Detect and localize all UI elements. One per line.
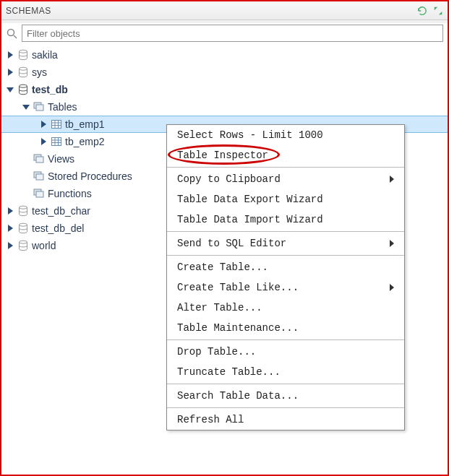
header-bar: SCHEMAS xyxy=(1,1,448,20)
svg-rect-12 xyxy=(52,138,61,146)
menu-separator xyxy=(167,339,404,340)
svg-point-3 xyxy=(20,67,27,70)
stored-procedures-folder-icon xyxy=(33,170,45,182)
svg-rect-22 xyxy=(36,191,43,197)
tree-label: sys xyxy=(32,66,47,78)
table-icon xyxy=(51,118,62,130)
menu-create-table[interactable]: Create Table... xyxy=(167,257,404,277)
menu-drop-table[interactable]: Drop Table... xyxy=(167,342,404,362)
triangle-right-icon xyxy=(6,68,14,77)
tree-label: test_db xyxy=(32,84,68,95)
triangle-right-icon xyxy=(6,51,14,59)
tables-folder-icon xyxy=(33,101,45,113)
search-input[interactable] xyxy=(22,25,443,42)
svg-point-4 xyxy=(20,85,27,87)
svg-rect-6 xyxy=(36,105,43,111)
search-icon xyxy=(6,27,17,39)
tree-item-test-db[interactable]: test_db xyxy=(1,81,448,98)
database-icon xyxy=(17,205,29,217)
tree-label: Tables xyxy=(48,101,77,113)
submenu-arrow-icon xyxy=(390,240,394,247)
menu-table-inspector[interactable]: Table Inspector xyxy=(167,145,404,165)
svg-rect-7 xyxy=(52,121,61,129)
triangle-right-icon xyxy=(39,120,48,129)
database-icon xyxy=(17,240,29,251)
svg-point-0 xyxy=(8,30,14,36)
triangle-right-icon xyxy=(6,224,14,233)
menu-separator xyxy=(167,407,404,408)
expand-icon[interactable] xyxy=(433,6,443,16)
menu-create-table-like[interactable]: Create Table Like... xyxy=(167,277,404,298)
svg-point-24 xyxy=(20,223,27,226)
svg-point-25 xyxy=(20,241,27,243)
database-icon xyxy=(17,222,29,234)
menu-table-import[interactable]: Table Data Import Wizard xyxy=(167,209,404,230)
menu-separator xyxy=(167,384,404,384)
tree-label: Views xyxy=(48,153,74,165)
triangle-right-icon xyxy=(6,207,14,215)
context-menu: Select Rows - Limit 1000 Table Inspector… xyxy=(166,124,405,430)
tree-label: test_db_del xyxy=(32,222,84,234)
menu-table-maintenance[interactable]: Table Maintenance... xyxy=(167,318,404,338)
svg-line-1 xyxy=(14,35,17,38)
tree-label: world xyxy=(32,240,56,251)
triangle-down-icon xyxy=(22,103,30,111)
views-folder-icon xyxy=(33,153,45,165)
menu-separator xyxy=(167,255,404,256)
search-row xyxy=(1,20,448,46)
triangle-right-icon xyxy=(6,241,14,250)
tree-item-sys[interactable]: sys xyxy=(1,64,448,81)
database-icon xyxy=(17,49,29,61)
tree-label: tb_emp1 xyxy=(65,118,104,130)
database-icon xyxy=(17,84,29,95)
header-icons xyxy=(417,6,443,16)
tree-label: Stored Procedures xyxy=(48,170,132,182)
functions-folder-icon xyxy=(33,188,45,199)
menu-truncate-table[interactable]: Truncate Table... xyxy=(167,362,404,382)
triangle-down-icon xyxy=(6,85,14,94)
svg-rect-20 xyxy=(36,174,43,180)
submenu-arrow-icon xyxy=(390,284,394,291)
tree-item-tables[interactable]: Tables xyxy=(1,98,448,116)
refresh-icon[interactable] xyxy=(417,6,427,16)
tree-item-sakila[interactable]: sakila xyxy=(1,46,448,64)
menu-send-to-sql[interactable]: Send to SQL Editor xyxy=(167,233,404,254)
menu-separator xyxy=(167,167,404,168)
tree-label: sakila xyxy=(32,49,58,61)
tree-label: tb_emp2 xyxy=(65,136,104,147)
tree-label: Functions xyxy=(48,188,92,199)
menu-table-export[interactable]: Table Data Export Wizard xyxy=(167,189,404,209)
tree-label: test_db_char xyxy=(32,205,90,217)
panel-title: SCHEMAS xyxy=(6,6,51,16)
database-icon xyxy=(17,66,29,78)
menu-copy-to-clipboard[interactable]: Copy to Clipboard xyxy=(167,169,404,189)
menu-select-rows[interactable]: Select Rows - Limit 1000 xyxy=(167,125,404,145)
triangle-right-icon xyxy=(39,137,48,146)
svg-point-23 xyxy=(20,206,27,209)
svg-rect-18 xyxy=(36,157,43,163)
submenu-arrow-icon xyxy=(390,176,394,183)
menu-search-table-data[interactable]: Search Table Data... xyxy=(167,386,404,406)
menu-refresh-all[interactable]: Refresh All xyxy=(167,410,404,430)
menu-separator xyxy=(167,231,404,232)
menu-alter-table[interactable]: Alter Table... xyxy=(167,298,404,318)
svg-point-2 xyxy=(20,50,27,53)
table-icon xyxy=(51,136,62,147)
